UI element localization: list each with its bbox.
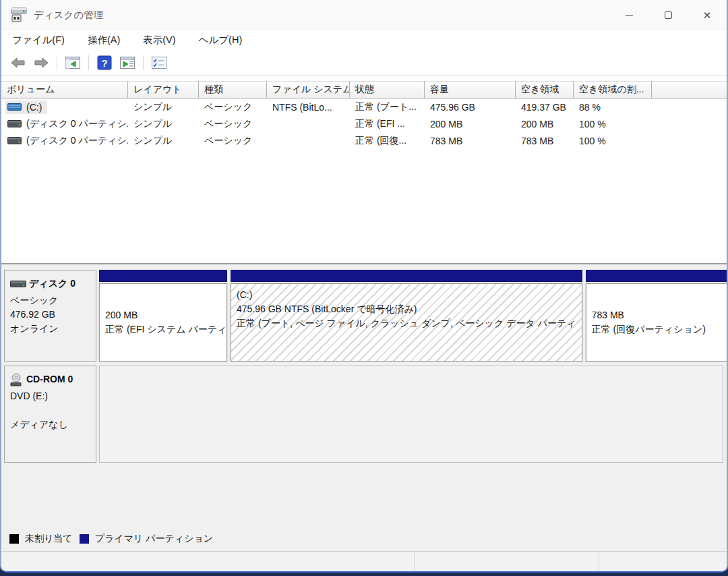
disk0-row: ディスク 0 ベーシック 476.92 GB オンライン 200 MB 正常 (… — [4, 270, 723, 362]
forward-button[interactable] — [30, 53, 53, 73]
partition-recovery[interactable]: 783 MB 正常 (回復パーティション) — [586, 270, 727, 362]
cell-free-pct: 100 % — [574, 119, 652, 129]
table-row-volume-c[interactable]: (C:) シンプル ベーシック NTFS (BitLo... 正常 (ブート..… — [1, 98, 727, 115]
volume-list-header: ボリューム レイアウト 種類 ファイル システム 状態 容量 空き領域 空き領域… — [1, 81, 727, 98]
partition-color-bar — [231, 270, 582, 282]
cell-free-space: 783 MB — [516, 136, 574, 146]
cell-layout: シンプル — [128, 101, 199, 113]
partition-size: 200 MB — [105, 308, 221, 322]
cell-capacity: 783 MB — [425, 136, 516, 146]
action-pane-icon — [119, 56, 135, 69]
cell-type: ベーシック — [199, 118, 267, 130]
partition-efi[interactable]: 200 MB 正常 (EFI システム パーティ — [99, 270, 227, 362]
toolbar-separator — [88, 55, 89, 70]
partition-name: (C:) — [237, 288, 576, 302]
svg-text:?: ? — [101, 57, 107, 68]
close-button[interactable]: ✕ — [688, 0, 727, 30]
cell-capacity: 200 MB — [425, 119, 516, 129]
cell-free-space: 200 MB — [516, 119, 574, 129]
show-console-tree-button[interactable] — [61, 53, 84, 73]
disk-status: オンライン — [10, 322, 92, 336]
column-header-capacity[interactable]: 容量 — [425, 81, 516, 98]
menu-view[interactable]: 表示(V) — [136, 31, 182, 49]
cell-layout: シンプル — [128, 135, 199, 147]
column-header-volume[interactable]: ボリューム — [1, 81, 128, 98]
partition-size: 475.96 GB NTFS (BitLocker で暗号化済み) — [237, 302, 576, 316]
column-header-free-space[interactable]: 空き領域 — [516, 81, 574, 98]
cell-free-pct: 88 % — [574, 102, 652, 113]
drive-icon-gray — [7, 137, 22, 144]
cdrom-drive-letter: DVD (E:) — [10, 389, 92, 403]
cdrom-name: CD-ROM 0 — [26, 372, 73, 386]
status-bar — [1, 551, 727, 571]
column-header-filesystem[interactable]: ファイル システム — [267, 81, 350, 98]
menu-bar: ファイル(F) 操作(A) 表示(V) ヘルプ(H) — [1, 30, 727, 50]
volume-name: (C:) — [26, 102, 42, 113]
disk0-label-panel[interactable]: ディスク 0 ベーシック 476.92 GB オンライン — [4, 270, 96, 362]
disk-graph-pane: ディスク 0 ベーシック 476.92 GB オンライン 200 MB 正常 (… — [1, 263, 727, 551]
window-title: ディスクの管理 — [34, 9, 103, 22]
partition-c-selected[interactable]: (C:) 475.96 GB NTFS (BitLocker で暗号化済み) 正… — [231, 270, 582, 362]
disk-type: ベーシック — [10, 293, 92, 308]
partition-status: 正常 (EFI システム パーティ — [105, 322, 221, 337]
disk-name: ディスク 0 — [29, 277, 75, 291]
back-icon — [10, 56, 26, 69]
maximize-button[interactable] — [648, 0, 688, 30]
column-header-free-pct[interactable]: 空き領域の割... — [574, 81, 652, 98]
properties-icon — [151, 56, 167, 69]
disk-icon — [10, 280, 26, 288]
column-header-status[interactable]: 状態 — [350, 81, 425, 98]
legend-label: プライマリ パーティション — [95, 533, 214, 545]
cell-filesystem: NTFS (BitLo... — [267, 102, 350, 113]
legend: 未割り当て プライマリ パーティション — [4, 531, 723, 547]
cell-type: ベーシック — [199, 135, 267, 147]
disk-management-app-icon — [10, 7, 28, 23]
cell-status: 正常 (回復... — [350, 135, 425, 147]
window-controls: ✕ — [609, 0, 727, 30]
cdrom-media-status: メディアなし — [10, 417, 92, 432]
maximize-icon — [665, 11, 672, 19]
toolbar: ? — [1, 50, 727, 76]
cell-status: 正常 (ブート... — [350, 101, 425, 113]
forward-icon — [33, 56, 49, 69]
drive-icon-blue — [7, 103, 22, 111]
column-header-empty — [652, 81, 727, 98]
partition-status: 正常 (回復パーティション) — [592, 322, 727, 337]
volume-list: ボリューム レイアウト 種類 ファイル システム 状態 容量 空き領域 空き領域… — [1, 76, 727, 263]
show-action-pane-button[interactable] — [116, 53, 139, 73]
cdrom-row: CD-ROM 0 DVD (E:) メディアなし — [4, 366, 723, 463]
cell-capacity: 475.96 GB — [425, 102, 516, 113]
status-section — [599, 552, 727, 571]
help-icon: ? — [97, 55, 112, 70]
cdrom-empty-region[interactable] — [99, 366, 723, 463]
back-button[interactable] — [7, 53, 30, 73]
properties-button[interactable] — [148, 53, 171, 73]
table-row-recovery-partition[interactable]: (ディスク 0 パーティシ... シンプル ベーシック 正常 (回復... 78… — [1, 132, 727, 149]
cell-layout: シンプル — [128, 118, 199, 130]
column-header-layout[interactable]: レイアウト — [128, 81, 199, 98]
primary-partition-swatch — [80, 534, 89, 544]
unallocated-swatch — [9, 534, 19, 544]
partition-color-bar — [586, 270, 727, 282]
partition-status: 正常 (ブート, ページ ファイル, クラッシュ ダンプ, ベーシック データ … — [237, 316, 576, 330]
toolbar-separator — [143, 55, 144, 70]
table-row-efi-partition[interactable]: (ディスク 0 パーティシ... シンプル ベーシック 正常 (EFI ... … — [1, 115, 727, 132]
legend-primary-partition: プライマリ パーティション — [80, 533, 214, 545]
menu-help[interactable]: ヘルプ(H) — [192, 31, 249, 49]
partition-color-bar — [99, 270, 227, 282]
help-button[interactable]: ? — [93, 53, 116, 73]
cdrom-icon — [10, 373, 24, 386]
menu-file[interactable]: ファイル(F) — [5, 31, 71, 49]
legend-unallocated: 未割り当て — [9, 533, 73, 545]
title-bar: ディスクの管理 ✕ — [1, 0, 727, 30]
cell-status: 正常 (EFI ... — [350, 118, 425, 130]
menu-action[interactable]: 操作(A) — [81, 31, 127, 49]
minimize-button[interactable] — [609, 0, 648, 30]
disk-management-window: ディスクの管理 ✕ ファイル(F) 操作(A) 表示(V) ヘルプ(H) — [0, 0, 728, 573]
cell-free-space: 419.37 GB — [516, 102, 574, 113]
cdrom-label-panel[interactable]: CD-ROM 0 DVD (E:) メディアなし — [4, 366, 96, 463]
toolbar-separator — [57, 55, 57, 70]
partition-size: 783 MB — [592, 308, 727, 322]
volume-name: (ディスク 0 パーティシ... — [26, 135, 128, 147]
column-header-type[interactable]: 種類 — [199, 81, 267, 98]
